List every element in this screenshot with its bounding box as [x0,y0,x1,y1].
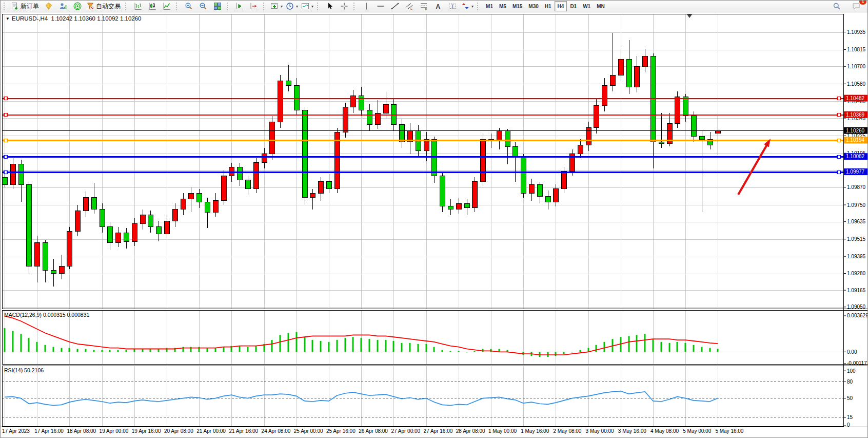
candle [269,122,274,154]
candle [26,184,31,266]
templates-button[interactable]: ▾ [300,1,315,12]
candle [512,146,518,157]
svg-text:21 Apr 00:00: 21 Apr 00:00 [196,428,226,434]
timeframe-m5-button[interactable]: M5 [496,1,509,11]
trendline-button[interactable] [388,1,402,12]
toolbar-group-grip[interactable] [317,3,321,10]
hline-handle[interactable] [4,97,7,100]
line-icon [163,2,171,10]
candle [67,231,72,266]
text-button[interactable]: A [431,1,445,12]
svg-text:E: E [410,7,412,10]
candle [100,210,105,227]
candle [642,56,647,66]
arrows-button[interactable]: ▾ [460,1,475,12]
timeframe-h4-button[interactable]: H4 [555,1,567,11]
hline-handle[interactable] [837,171,840,174]
toolbar-group-grip[interactable] [353,3,358,10]
timeframe-mn-button[interactable]: MN [594,1,608,11]
auto-scroll-button[interactable] [232,1,247,12]
candle [350,96,356,107]
new-order-button[interactable]: 新订单 [9,1,42,12]
toolbar-group-grip[interactable] [176,3,180,10]
toolbar-group-grip[interactable] [125,3,129,10]
candle [464,203,469,208]
market-watch-button[interactable] [56,1,70,12]
candle [578,145,583,154]
period-button[interactable]: ▾ [284,1,300,12]
candle [545,196,550,202]
autotrading-button[interactable]: 自动交易 [85,1,123,12]
candle [448,206,453,210]
candle [302,110,307,197]
channel-icon: E [405,2,413,10]
timeframe-m15-button[interactable]: M15 [509,1,525,11]
zoom-in-button[interactable] [182,1,196,12]
candle [480,139,485,181]
signals-button[interactable] [70,1,85,12]
hline-handle[interactable] [4,113,7,117]
label-icon: T [448,2,457,10]
svg-text:1 May 00:00: 1 May 00:00 [488,428,517,434]
hline-handle[interactable] [837,156,840,159]
search-button[interactable] [830,1,844,12]
label-button[interactable]: T [445,1,460,12]
candle [618,59,623,75]
candle [148,215,153,227]
dropdown-caret-icon: ▾ [296,4,298,9]
timeframe-h1-button[interactable]: H1 [542,1,555,11]
candle [610,75,615,85]
candle [383,104,388,113]
candle [529,184,534,193]
toolbar-group-grip[interactable] [477,3,481,10]
bar-chart-button[interactable] [131,1,145,12]
vline-button[interactable] [359,1,373,12]
candle [691,116,696,137]
svg-text:17 Apr 2023: 17 Apr 2023 [2,428,30,434]
hline-handle[interactable] [837,97,840,100]
profile-icon [59,2,67,10]
candle [521,157,526,193]
candle [75,211,80,231]
crosshair-button[interactable] [337,1,351,12]
hline-handle[interactable] [4,139,7,142]
chart-canvas[interactable]: 1.109351.108151.107001.105801.104601.103… [1,1,868,438]
hline-handle[interactable] [837,139,840,142]
timeframe-m30-button[interactable]: M30 [525,1,541,11]
new-chart-button[interactable]: ▾ [269,1,284,12]
hline-handle[interactable] [4,156,7,159]
channel-button[interactable]: E [402,1,417,12]
chart-shift-button[interactable] [247,1,261,12]
candle [553,189,558,202]
notification-badge: 1 [859,0,867,5]
timeframe-m1-button[interactable]: M1 [483,1,496,11]
cursor-button[interactable] [323,1,337,12]
candle [156,227,161,234]
candlestick-chart-button[interactable] [145,1,160,12]
candle [124,233,129,241]
toolbar-group-grip[interactable] [4,3,8,10]
candle [472,182,477,208]
svg-text:T: T [451,4,455,9]
candle [561,172,566,189]
toolbar-group-grip[interactable] [263,3,267,10]
toolbar-group-grip[interactable] [227,3,231,10]
time-axis[interactable]: 17 Apr 202317 Apr 16:0018 Apr 08:0019 Ap… [2,428,744,434]
history-center-button[interactable] [42,1,56,12]
tile-windows-button[interactable] [210,1,225,12]
zoom-out-button[interactable] [196,1,210,12]
svg-text:27 Apr 16:00: 27 Apr 16:00 [424,428,453,434]
svg-text:2 May 08:00: 2 May 08:00 [553,428,581,434]
timeframe-w1-button[interactable]: W1 [580,1,594,11]
hline-handle[interactable] [837,113,840,117]
candle [221,176,226,200]
candle [164,221,169,234]
fibonacci-button[interactable]: F [417,1,431,12]
candle [367,110,372,124]
line-chart-button[interactable] [160,1,174,12]
hline-button[interactable] [373,1,388,12]
candle [310,193,315,198]
hline-handle[interactable] [4,171,7,174]
svg-text:25 Apr 16:00: 25 Apr 16:00 [326,428,356,434]
timeframe-d1-button[interactable]: D1 [567,1,580,11]
